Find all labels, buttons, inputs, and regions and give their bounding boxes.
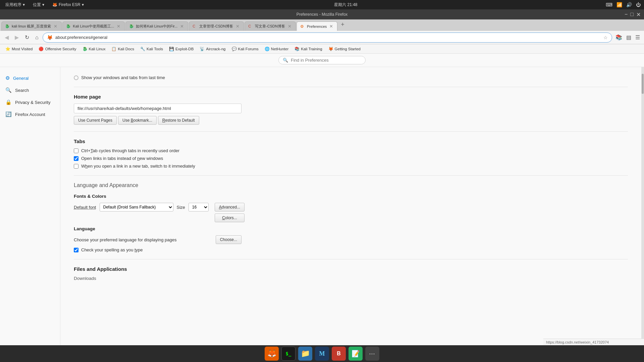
bookmark-kali-linux[interactable]: 🐉 Kali Linux (80, 46, 108, 52)
taskbar-greenotes[interactable]: 📝 (348, 347, 363, 361)
ctrl-tab-checkbox[interactable] (74, 148, 78, 153)
taskbar-firefox-icon: 🦊 (267, 349, 276, 358)
choose-lang-button[interactable]: Choose... (216, 235, 241, 244)
system-bar-right: ⌨ 📶 🔊 ⏻ (606, 2, 641, 7)
scroll-thumb[interactable] (642, 74, 644, 94)
use-current-pages-button[interactable]: Use Current Pages (74, 116, 117, 125)
power-icon[interactable]: ⏻ (636, 2, 641, 7)
homepage-url-input[interactable] (74, 104, 241, 113)
show-windows-radio[interactable] (74, 75, 78, 80)
home-button[interactable]: ⌂ (33, 33, 41, 42)
tab-1[interactable]: 🐉 kali linux 截屏_百度搜索 ✕ (1, 21, 62, 31)
sidebar: ⚙ General 🔍 Search 🔒 Privacy & Security … (0, 67, 60, 362)
position-menu[interactable]: 位置 ▾ (31, 1, 46, 8)
tabs-section: Tabs Ctrl+Tab cycles through tabs in rec… (74, 138, 628, 169)
bookmark-star-icon[interactable]: ☆ (603, 35, 608, 40)
position-arrow: ▾ (42, 2, 44, 7)
tabs-heading: Tabs (74, 138, 628, 144)
tab-5[interactable]: C 写文章-CSDN博客 ✕ (245, 21, 296, 31)
kali-docs-icon: 📋 (111, 47, 116, 51)
tab-6-icon: ⚙ (300, 24, 305, 29)
font-select[interactable]: Default (Droid Sans Fallback) (100, 203, 173, 212)
bookmark-getting-started[interactable]: 🦊 Getting Started (326, 46, 363, 52)
tab-4-close[interactable]: ✕ (235, 24, 240, 29)
tab-3[interactable]: 🐉 如何将Kali Linux中的Fir... ✕ (125, 21, 188, 31)
taskbar-files-icon: 📁 (301, 349, 310, 358)
size-select[interactable]: 16 (189, 203, 209, 212)
maximize-btn[interactable]: □ (630, 11, 634, 17)
bookmark-kali-docs[interactable]: 📋 Kali Docs (109, 46, 137, 52)
tab-4-label: 文章管理-CSDN博客 (199, 24, 233, 29)
restore-default-button[interactable]: Restore to Default (158, 116, 199, 125)
tab-3-close[interactable]: ✕ (179, 24, 184, 29)
bookmark-kali-tools[interactable]: 🔧 Kali Tools (138, 46, 166, 52)
bookmark-nethunter[interactable]: 🌐 NetHunter (262, 46, 291, 52)
taskbar-bpython-icon: B (337, 351, 341, 357)
bookmark-offensive-security[interactable]: 🔴 Offensive Security (36, 46, 79, 52)
spell-check-checkbox[interactable] (74, 248, 78, 252)
sidebar-item-account[interactable]: 🔄 Firefox Account (0, 109, 60, 120)
new-tab-button[interactable]: + (338, 21, 347, 28)
taskbar-firefox[interactable]: 🦊 (265, 347, 279, 361)
browser-menu[interactable]: 🦊 Firefox ESR ▾ (50, 2, 86, 8)
statusbar: https://blog.csdn.net/weixin_41732074 (543, 339, 644, 345)
bookmark-most-visited[interactable]: ⭐ Most Visited (3, 46, 35, 52)
sidebar-item-privacy[interactable]: 🔒 Privacy & Security (0, 97, 60, 108)
app-menu[interactable]: 应用程序 ▾ (3, 1, 27, 8)
tab-2-close[interactable]: ✕ (116, 24, 121, 29)
taskbar-files[interactable]: 📁 (298, 347, 312, 361)
menu-icon[interactable]: ☰ (634, 33, 641, 42)
bookmark-kali-training[interactable]: 📚 Kali Training (292, 46, 325, 52)
forward-button[interactable]: ▶ (13, 33, 21, 42)
firefox-logo-icon: 🦊 (47, 35, 53, 40)
sound-icon[interactable]: 🔊 (626, 2, 632, 7)
titlebar-text: Preferences - Mozilla Firefox (297, 12, 348, 17)
tab-1-close[interactable]: ✕ (53, 24, 58, 29)
library-icon[interactable]: 📚 (614, 33, 624, 42)
back-button[interactable]: ◀ (3, 33, 11, 42)
browser-arrow: ▾ (82, 2, 84, 7)
taskbar-apps[interactable]: ⋯ (365, 347, 379, 361)
privacy-icon: 🔒 (5, 99, 12, 105)
tab-6-preferences[interactable]: ⚙ Preferences ✕ (297, 21, 337, 31)
address-bar[interactable]: 🦊 ☆ (43, 33, 612, 43)
tab-4-icon: C (193, 24, 197, 29)
minimize-btn[interactable]: − (625, 11, 628, 17)
taskbar-marktext[interactable]: M (315, 347, 329, 361)
bookmark-kali-forums[interactable]: 💬 Kali Forums (229, 46, 261, 52)
language-section: Language Choose your preferred language … (74, 226, 628, 252)
tab-option-3: When you open a link in a new tab, switc… (74, 164, 628, 169)
find-prefs-input[interactable] (291, 58, 361, 63)
reload-button[interactable]: ↻ (23, 33, 31, 42)
sidebar-item-search[interactable]: 🔍 Search (0, 84, 60, 96)
close-btn[interactable]: ✕ (636, 11, 641, 18)
homepage-section: Home page Use Current Pages Use Bookmark… (74, 94, 628, 125)
bookmark-aircrack[interactable]: 📡 Aircrack-ng (197, 46, 228, 52)
sidebar-item-general[interactable]: ⚙ General (0, 72, 60, 84)
choose-lang-label: Choose your preferred language for displ… (74, 237, 176, 242)
taskbar-bpython[interactable]: B (332, 347, 346, 361)
bookmark-exploit-db[interactable]: 💾 Exploit-DB (166, 46, 196, 52)
open-links-checkbox[interactable] (74, 156, 78, 161)
tab-2[interactable]: 🐉 Kali Linux中使用截图工... ✕ (62, 21, 125, 31)
colors-button[interactable]: Colors... (215, 214, 245, 222)
taskbar-terminal[interactable]: $_ (281, 347, 296, 361)
system-bar-left: 应用程序 ▾ 位置 ▾ 🦊 Firefox ESR ▾ (3, 1, 86, 8)
tab-5-close[interactable]: ✕ (287, 24, 292, 29)
divider-2 (74, 131, 628, 132)
kali-forums-label: Kali Forums (238, 47, 259, 51)
switch-tab-checkbox[interactable] (74, 164, 78, 169)
main-layout: ⚙ General 🔍 Search 🔒 Privacy & Security … (0, 67, 644, 362)
use-bookmark-button[interactable]: Use Bookmark... (118, 116, 157, 125)
advanced-button[interactable]: Advanced... (215, 203, 245, 212)
url-input[interactable] (55, 35, 601, 40)
wifi-icon[interactable]: 📶 (616, 2, 622, 7)
nethunter-label: NetHunter (271, 47, 288, 51)
keyboard-icon[interactable]: ⌨ (606, 2, 612, 7)
browser-label: Firefox ESR (59, 2, 80, 7)
tab-4[interactable]: C 文章管理-CSDN博客 ✕ (189, 21, 244, 31)
tab-6-close[interactable]: ✕ (329, 24, 334, 29)
find-prefs-container[interactable]: 🔍 (278, 56, 366, 64)
sidebar-toggle-icon[interactable]: ▤ (625, 33, 633, 42)
scrollbar[interactable] (641, 67, 644, 362)
